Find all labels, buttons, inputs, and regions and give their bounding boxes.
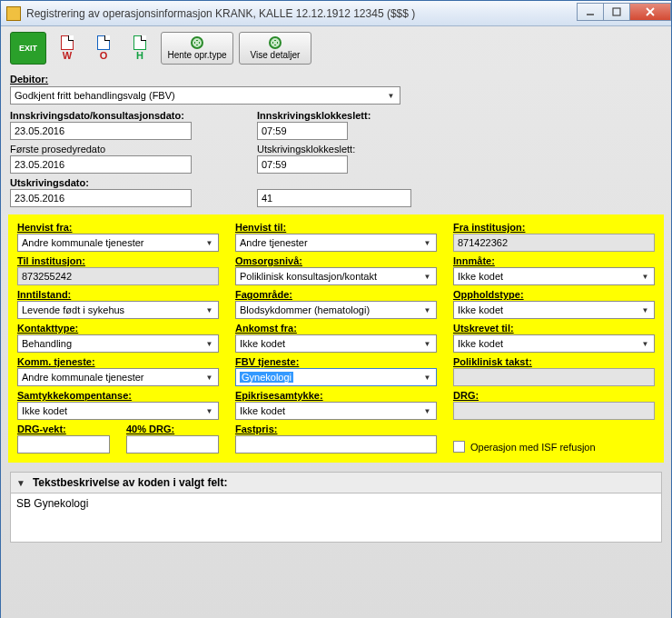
til-institusjon-input[interactable]: 873255242	[17, 267, 219, 285]
exit-button[interactable]: EXIT	[10, 32, 46, 65]
drg-40-label: 40% DRG:	[126, 424, 219, 434]
fra-institusjon-label: Fra institusjon:	[453, 222, 655, 233]
isf-checkbox[interactable]	[453, 441, 465, 453]
minimize-button[interactable]	[577, 3, 604, 21]
fbv-tjeneste-combo[interactable]: Gynekologi▼	[235, 368, 437, 386]
utskrivingsklokkeslett-input[interactable]: 07:59	[257, 155, 348, 174]
inntilstand-label: Inntilstand:	[17, 289, 219, 300]
vise-detaljer-button[interactable]: Vise detaljer	[239, 32, 311, 65]
innskrivingsklokkeslett-label: Innskrivingsklokkeslett:	[257, 110, 439, 121]
content-area: EXIT W O H Hente opr.type Vise detaljer	[1, 26, 671, 618]
poliklinisk-takst-input[interactable]	[453, 368, 655, 386]
henvist-fra-label: Henvist fra:	[17, 222, 219, 233]
drg-input[interactable]	[453, 402, 655, 420]
utskrivingsklokkeslett-label: Utskrivingsklokkeslett:	[257, 144, 439, 154]
close-button[interactable]	[629, 3, 671, 21]
chevron-down-icon: ▼	[203, 236, 216, 250]
drg-label: DRG:	[453, 390, 655, 401]
w-button[interactable]: W	[52, 32, 83, 65]
chevron-down-icon: ▼	[203, 371, 216, 384]
inntilstand-combo[interactable]: Levende født i sykehus▼	[17, 301, 219, 319]
drg-vekt-label: DRG-vekt:	[17, 424, 110, 434]
o-button[interactable]: O	[88, 32, 119, 65]
toolbar: EXIT W O H Hente opr.type Vise detaljer	[10, 32, 662, 65]
poliklinisk-takst-label: Poliklinisk takst:	[453, 356, 655, 367]
epikrisesamtykke-combo[interactable]: Ikke kodet▼	[235, 402, 437, 420]
henvist-fra-combo[interactable]: Andre kommunale tjenester▼	[17, 234, 219, 252]
doc-o-icon	[97, 35, 110, 50]
ankomst-fra-combo[interactable]: Ikke kodet▼	[235, 334, 437, 353]
utskrivingsdato-input[interactable]: 23.05.2016	[10, 189, 192, 207]
til-institusjon-label: Til institusjon:	[17, 255, 219, 266]
target-icon	[191, 36, 203, 49]
innskrivingsdato-input[interactable]: 23.05.2016	[10, 122, 192, 140]
innmate-label: Innmåte:	[453, 255, 655, 266]
fra-institusjon-input[interactable]: 871422362	[453, 234, 655, 252]
ankomst-fra-label: Ankomst fra:	[235, 323, 437, 334]
epikrisesamtykke-label: Epikrisesamtykke:	[235, 390, 437, 401]
window-title: Registrering av operasjonsinformasjon KR…	[26, 7, 578, 20]
chevron-down-icon: ▼	[638, 270, 652, 284]
extra-input[interactable]: 41	[257, 189, 411, 207]
utskrevet-til-label: Utskrevet til:	[453, 323, 655, 334]
forste-prosedyredato-input[interactable]: 23.05.2016	[10, 155, 192, 174]
hente-opr-type-button[interactable]: Hente opr.type	[161, 32, 233, 65]
chevron-down-icon: ▼	[203, 304, 216, 317]
chevron-down-icon: ▼	[384, 89, 398, 103]
svg-rect-1	[613, 8, 620, 15]
fagomrade-label: Fagområde:	[235, 289, 437, 300]
app-window: Registrering av operasjonsinformasjon KR…	[0, 0, 672, 618]
utskrivingsdato-label: Utskrivingsdato:	[10, 177, 246, 188]
chevron-down-icon: ▼	[420, 270, 434, 284]
innmate-combo[interactable]: Ikke kodet▼	[453, 267, 655, 285]
omsorgsniva-label: Omsorgsnivå:	[235, 255, 437, 266]
drg-vekt-input[interactable]	[17, 435, 110, 454]
samtykke-combo[interactable]: Ikke kodet▼	[17, 402, 219, 420]
collapse-icon: ▼	[16, 478, 25, 488]
chevron-down-icon: ▼	[203, 404, 216, 418]
doc-h-icon	[133, 35, 146, 50]
chevron-down-icon: ▼	[420, 371, 434, 384]
target-icon	[269, 36, 282, 49]
oppholdstype-label: Oppholdstype:	[453, 289, 655, 300]
chevron-down-icon: ▼	[203, 337, 216, 351]
innskrivingsklokkeslett-input[interactable]: 07:59	[257, 122, 348, 140]
maximize-button[interactable]	[603, 3, 630, 21]
fastpris-label: Fastpris:	[235, 424, 437, 434]
chevron-down-icon: ▼	[638, 337, 652, 351]
henvist-til-combo[interactable]: Andre tjenester▼	[235, 234, 437, 252]
isf-label: Operasjon med ISF refusjon	[470, 442, 596, 453]
innskrivingsdato-label: Innskrivingsdato/konsultasjonsdato:	[10, 110, 246, 121]
fastpris-input[interactable]	[235, 435, 437, 454]
omsorgsniva-combo[interactable]: Poliklinisk konsultasjon/kontakt▼	[235, 267, 437, 285]
kontakttype-combo[interactable]: Behandling▼	[17, 334, 219, 353]
samtykke-label: Samtykkekompentanse:	[17, 390, 219, 401]
chevron-down-icon: ▼	[638, 304, 652, 317]
h-button[interactable]: H	[124, 32, 155, 65]
chevron-down-icon: ▼	[420, 337, 434, 351]
description-body: SB Gynekologi	[10, 493, 662, 543]
utskrevet-til-combo[interactable]: Ikke kodet▼	[453, 334, 655, 353]
doc-w-icon	[61, 35, 74, 50]
drg-40-input[interactable]	[126, 435, 219, 454]
chevron-down-icon: ▼	[420, 404, 434, 418]
debitor-label: Debitor:	[10, 74, 662, 85]
chevron-down-icon: ▼	[420, 236, 434, 250]
fagomrade-combo[interactable]: Blodsykdommer (hematologi)▼	[235, 301, 437, 319]
komm-tjeneste-label: Komm. tjeneste:	[17, 356, 219, 367]
fbv-tjeneste-label: FBV tjeneste:	[235, 356, 437, 367]
henvist-til-label: Henvist til:	[235, 222, 437, 233]
oppholdstype-combo[interactable]: Ikke kodet▼	[453, 301, 655, 319]
exit-icon: EXIT	[19, 45, 37, 53]
forste-prosedyredato-label: Første prosedyredato	[10, 144, 246, 154]
kontakttype-label: Kontakttype:	[17, 323, 219, 334]
yellow-panel: Henvist fra: Andre kommunale tjenester▼ …	[8, 214, 664, 463]
debitor-combo[interactable]: Godkjent fritt behandlingsvalg (FBV) ▼	[10, 86, 400, 105]
titlebar: Registrering av operasjonsinformasjon KR…	[1, 1, 671, 26]
description-header[interactable]: ▼ Tekstbeskrivelse av koden i valgt felt…	[10, 472, 662, 493]
chevron-down-icon: ▼	[420, 304, 434, 317]
app-icon	[6, 6, 21, 21]
komm-tjeneste-combo[interactable]: Andre kommunale tjenester▼	[17, 368, 219, 386]
